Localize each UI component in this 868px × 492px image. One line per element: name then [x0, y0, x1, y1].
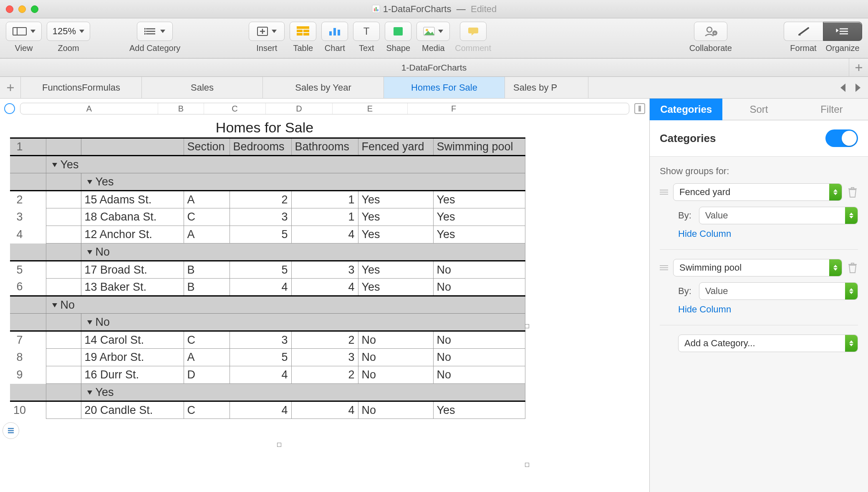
selection-handle[interactable]: [277, 443, 281, 447]
document-icon: [371, 4, 381, 13]
svg-rect-21: [333, 28, 336, 36]
svg-point-26: [426, 29, 428, 31]
collaborate-label: Collaborate: [689, 43, 732, 53]
table-select-handle[interactable]: [4, 103, 15, 114]
group-field-dropdown[interactable]: Fenced yard: [673, 183, 842, 201]
data-table[interactable]: 1SectionBedroomsBathroomsFenced yardSwim…: [10, 137, 525, 419]
svg-rect-27: [468, 28, 478, 33]
trash-icon[interactable]: [847, 262, 858, 274]
add-category-button[interactable]: [137, 22, 173, 41]
collaborate-button[interactable]: +: [694, 22, 727, 41]
categories-toggle[interactable]: [825, 129, 858, 147]
format-button[interactable]: [784, 22, 823, 41]
chart-button[interactable]: [321, 22, 348, 41]
svg-rect-20: [329, 31, 332, 36]
sheet-title-bar: 1-DataForCharts: [0, 58, 868, 77]
svg-point-11: [144, 33, 146, 35]
sheet-tab[interactable]: FunctionsFormulas: [21, 77, 142, 98]
table-title: Homes for Sale: [10, 119, 519, 136]
svg-rect-17: [303, 30, 309, 32]
hide-column-link[interactable]: Hide Column: [678, 304, 858, 315]
svg-rect-4: [13, 28, 26, 35]
trash-icon[interactable]: [847, 186, 858, 198]
add-row-footer-button[interactable]: [3, 422, 19, 439]
window-title: 1-DataForCharts — Edited: [0, 4, 868, 15]
sheet-canvas[interactable]: ABCDEF Homes for Sale 1SectionBedroomsBa…: [0, 99, 649, 492]
hide-column-link[interactable]: Hide Column: [678, 228, 858, 239]
add-tab-button[interactable]: [0, 77, 21, 98]
sheet-tab[interactable]: Homes For Sale: [384, 77, 505, 98]
media-label: Media: [422, 43, 444, 53]
group-by-dropdown[interactable]: Value: [699, 282, 858, 300]
inspector-tab-filter[interactable]: Filter: [795, 99, 868, 120]
group-by-dropdown[interactable]: Value: [699, 207, 858, 224]
svg-rect-1: [374, 8, 375, 11]
comment-button: [460, 22, 487, 41]
insert-button[interactable]: [249, 22, 285, 41]
add-category-label: Add Category: [129, 43, 180, 53]
column-headers[interactable]: ABCDEF: [20, 103, 629, 114]
sheet-tab[interactable]: Sales by P: [505, 77, 588, 98]
inspector-sidebar: CategoriesSortFilter Categories Show gro…: [649, 99, 868, 492]
insert-label: Insert: [256, 43, 277, 53]
svg-rect-15: [297, 26, 309, 29]
table-button[interactable]: [290, 22, 316, 41]
toolbar: View 125% Zoom Add Category Insert Table…: [0, 18, 868, 58]
zoom-label: Zoom: [58, 43, 79, 53]
svg-point-9: [144, 28, 146, 30]
svg-text:+: +: [714, 30, 716, 36]
organize-button[interactable]: [823, 22, 862, 41]
inspector-tab-sort[interactable]: Sort: [722, 99, 795, 120]
drag-handle-icon[interactable]: [660, 190, 668, 195]
drag-handle-icon[interactable]: [660, 265, 668, 270]
format-label: Format: [784, 43, 823, 53]
zoom-dropdown[interactable]: 125%: [47, 22, 90, 41]
svg-point-10: [144, 30, 146, 32]
svg-rect-18: [297, 33, 303, 36]
media-button[interactable]: [416, 22, 450, 41]
sheet-tab[interactable]: Sales by Year: [263, 77, 384, 98]
add-category-dropdown[interactable]: Add a Category...: [678, 335, 858, 352]
column-resize-handle[interactable]: [634, 103, 645, 114]
text-label: Text: [359, 43, 374, 53]
group-field-dropdown[interactable]: Swimming pool: [673, 259, 842, 276]
organize-label: Organize: [823, 43, 862, 53]
shape-label: Shape: [386, 43, 410, 53]
add-sheet-button[interactable]: [849, 58, 868, 77]
selection-handle[interactable]: [525, 463, 529, 467]
table-label: Table: [293, 43, 313, 53]
svg-rect-3: [377, 9, 378, 11]
sheet-tab[interactable]: Sales: [142, 77, 263, 98]
sheet-tabs-row: FunctionsFormulasSalesSales by YearHomes…: [0, 77, 868, 99]
show-groups-label: Show groups for:: [660, 166, 858, 177]
title-bar: 1-DataForCharts — Edited: [0, 0, 868, 18]
svg-point-28: [707, 27, 712, 32]
svg-rect-19: [303, 33, 309, 36]
chart-label: Chart: [325, 43, 345, 53]
svg-rect-24: [394, 27, 403, 36]
text-button[interactable]: T: [353, 22, 380, 41]
comment-label: Comment: [455, 43, 491, 53]
shape-button[interactable]: [385, 22, 411, 41]
selection-handle[interactable]: [525, 324, 529, 328]
view-button[interactable]: [6, 22, 42, 41]
svg-rect-16: [297, 30, 303, 32]
categories-heading: Categories: [660, 132, 716, 145]
svg-text:T: T: [363, 26, 370, 36]
sheet-title: 1-DataForCharts: [401, 63, 467, 73]
scroll-tabs-left[interactable]: [840, 84, 845, 92]
scroll-tabs-right[interactable]: [855, 84, 860, 92]
view-label: View: [15, 43, 33, 53]
svg-rect-2: [376, 7, 377, 11]
svg-rect-22: [338, 30, 340, 36]
inspector-tab-categories[interactable]: Categories: [650, 99, 722, 120]
